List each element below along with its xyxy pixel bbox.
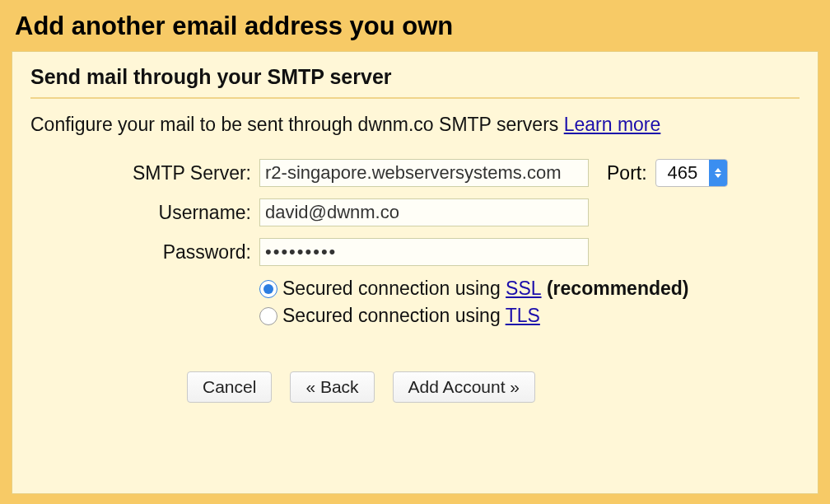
dialog-title: Add another email address you own — [15, 12, 815, 41]
ssl-recommended: (recommended) — [542, 278, 689, 299]
username-label: Username: — [30, 202, 259, 224]
port-value: 465 — [656, 162, 710, 184]
smtp-label: SMTP Server: — [30, 162, 259, 184]
chevron-up-icon — [715, 168, 721, 172]
button-row: Cancel « Back Add Account » — [187, 371, 800, 403]
ssl-radio-row[interactable]: Secured connection using SSL (recommende… — [259, 278, 800, 300]
username-input[interactable] — [259, 198, 589, 226]
learn-more-link[interactable]: Learn more — [564, 114, 661, 135]
step-title: Send mail through your SMTP server — [30, 65, 800, 89]
ssl-radio[interactable] — [259, 280, 277, 298]
tls-radio[interactable] — [259, 307, 277, 325]
cancel-button[interactable]: Cancel — [187, 371, 272, 403]
back-button[interactable]: « Back — [290, 371, 374, 403]
password-input[interactable] — [259, 238, 589, 266]
port-select[interactable]: 465 — [655, 159, 729, 187]
smtp-server-input[interactable] — [259, 159, 589, 187]
chevron-down-icon — [715, 174, 721, 178]
port-label: Port: — [607, 162, 647, 184]
description: Configure your mail to be sent through d… — [30, 114, 800, 136]
divider — [30, 97, 800, 99]
password-row: Password: — [30, 238, 800, 266]
tls-radio-row[interactable]: Secured connection using TLS — [259, 305, 800, 327]
password-label: Password: — [30, 241, 259, 264]
dialog-body: Send mail through your SMTP server Confi… — [12, 51, 818, 494]
tls-text-prefix: Secured connection using — [282, 305, 506, 326]
add-account-button[interactable]: Add Account » — [393, 371, 535, 403]
ssl-link[interactable]: SSL — [506, 278, 541, 299]
smtp-row: SMTP Server: Port: 465 — [30, 159, 800, 187]
title-bar: Add another email address you own — [0, 0, 830, 51]
username-row: Username: — [30, 198, 800, 226]
ssl-text-prefix: Secured connection using — [282, 278, 506, 299]
tls-link[interactable]: TLS — [506, 305, 540, 326]
port-stepper-icon[interactable] — [709, 160, 727, 186]
description-text: Configure your mail to be sent through d… — [30, 114, 564, 135]
dialog-window: Add another email address you own Send m… — [0, 0, 830, 504]
